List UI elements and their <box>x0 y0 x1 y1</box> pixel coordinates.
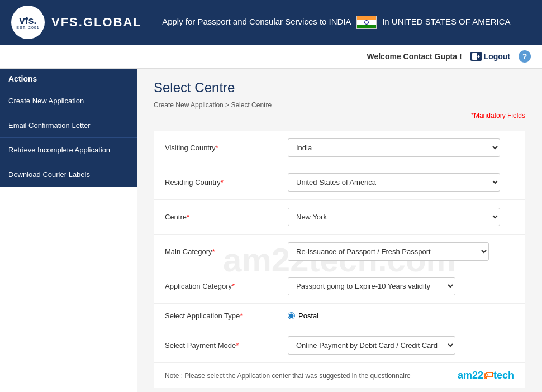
visiting-country-control[interactable]: India <box>288 138 500 157</box>
india-flag <box>356 16 377 29</box>
centre-control[interactable]: New York <box>288 208 500 226</box>
welcome-message: Welcome Contact Gupta ! <box>367 52 462 61</box>
page-title: Select Centre <box>154 80 525 95</box>
logo-vfs-text: vfs. <box>19 16 36 26</box>
centre-label: Centre* <box>165 213 288 221</box>
breadcrumb-home[interactable]: Create New Application <box>154 101 224 109</box>
main-category-row: Main Category* Re-issuance of Passport /… <box>154 235 525 269</box>
logo-area: vfs. EST. 2001 VFS.GLOBAL <box>11 6 142 39</box>
app-type-postal-radio[interactable] <box>288 312 295 319</box>
main-category-label: Main Category* <box>165 247 288 256</box>
residing-country-label: Residing Country* <box>165 178 288 187</box>
main-layout: Actions Create New Application Email Con… <box>0 69 542 392</box>
payment-mode-select[interactable]: Online Payment by Debit Card / Credit Ca… <box>288 336 455 355</box>
sidebar-item-download-courier[interactable]: Download Courier Labels <box>0 162 137 187</box>
app-type-control: Postal <box>288 312 500 320</box>
visiting-country-row: Visiting Country* India <box>154 131 525 165</box>
breadcrumb-current: Select Centre <box>231 101 272 109</box>
brand-name: VFS.GLOBAL <box>51 15 142 30</box>
breadcrumb: Create New Application > Select Centre <box>154 101 525 109</box>
payment-mode-label: Select Payment Mode* <box>165 341 288 350</box>
app-category-control[interactable]: Passport going to Expire-10 Years validi… <box>288 277 500 295</box>
am22-logo: am22🏷tech <box>458 370 514 381</box>
logout-button[interactable]: Logout <box>470 52 510 61</box>
payment-mode-control[interactable]: Online Payment by Debit Card / Credit Ca… <box>288 336 500 355</box>
centre-row: Centre* New York <box>154 200 525 235</box>
sidebar-item-create-new[interactable]: Create New Application <box>0 89 137 113</box>
note-row: Note : Please select the Application cen… <box>154 363 525 388</box>
visiting-country-label: Visiting Country* <box>165 144 288 152</box>
help-button[interactable]: ? <box>519 50 531 63</box>
residing-country-control[interactable]: United States of America <box>288 173 500 192</box>
residing-country-row: Residing Country* United States of Ameri… <box>154 165 525 200</box>
main-category-select[interactable]: Re-issuance of Passport / Fresh Passport <box>288 242 489 261</box>
form-section: am22tech.com Visiting Country* India Res… <box>154 131 525 388</box>
app-category-label: Application Category* <box>165 282 288 290</box>
mandatory-note: *Mandatory Fields <box>154 112 525 119</box>
payment-mode-row: Select Payment Mode* Online Payment by D… <box>154 328 525 363</box>
sidebar-item-retrieve-incomplete[interactable]: Retrieve Incomplete Application <box>0 138 137 162</box>
residing-country-select[interactable]: United States of America <box>288 173 500 192</box>
app-category-row: Application Category* Passport going to … <box>154 269 525 304</box>
content-area: Select Centre Create New Application > S… <box>137 69 542 392</box>
centre-select[interactable]: New York <box>288 208 500 226</box>
app-type-row: Select Application Type* Postal <box>154 304 525 328</box>
svg-rect-0 <box>472 53 477 60</box>
logout-icon <box>470 52 482 61</box>
user-bar: Welcome Contact Gupta ! Logout ? <box>0 45 542 69</box>
app-type-label: Select Application Type* <box>165 312 288 320</box>
svg-rect-3 <box>477 56 479 57</box>
sidebar-item-email-confirmation[interactable]: Email Confirmation Letter <box>0 113 137 138</box>
visiting-country-select[interactable]: India <box>288 138 500 157</box>
main-category-control[interactable]: Re-issuance of Passport / Fresh Passport <box>288 242 500 261</box>
logo-est-text: EST. 2001 <box>16 26 39 30</box>
note-text: Note : Please select the Application cen… <box>165 372 411 380</box>
sidebar: Actions Create New Application Email Con… <box>0 69 137 392</box>
app-type-postal-label: Postal <box>298 312 318 320</box>
header: vfs. EST. 2001 VFS.GLOBAL Apply for Pass… <box>0 0 542 45</box>
app-category-select[interactable]: Passport going to Expire-10 Years validi… <box>288 277 455 295</box>
logo-circle: vfs. EST. 2001 <box>11 6 45 39</box>
sidebar-header: Actions <box>0 69 137 89</box>
header-tagline: Apply for Passport and Consular Services… <box>142 16 531 29</box>
app-type-postal-option[interactable]: Postal <box>288 312 500 320</box>
